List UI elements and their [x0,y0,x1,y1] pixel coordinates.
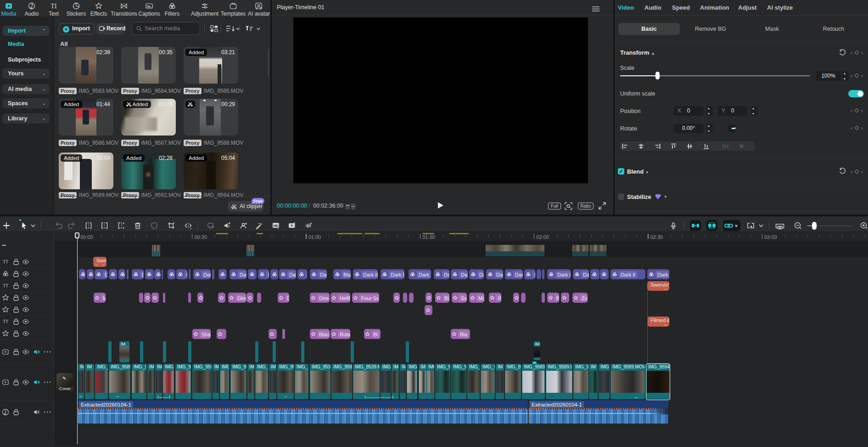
svg-text:TI: TI [50,3,57,10]
